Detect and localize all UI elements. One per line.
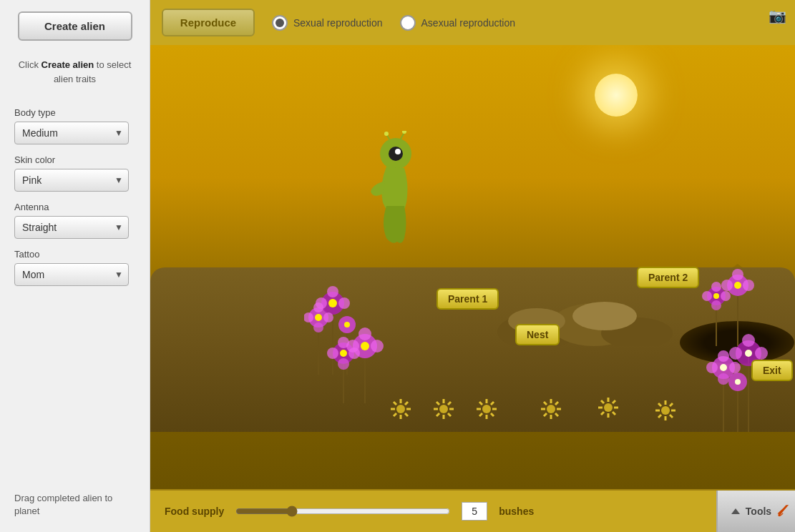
- svg-point-38: [359, 327, 371, 340]
- svg-line-89: [448, 413, 451, 416]
- svg-point-41: [340, 350, 347, 357]
- svg-point-51: [732, 269, 743, 280]
- exit-label[interactable]: Exit: [751, 360, 793, 381]
- tools-triangle-icon: [731, 508, 740, 514]
- svg-line-80: [405, 413, 408, 416]
- reproduce-button[interactable]: Reproduce: [162, 9, 255, 36]
- sidebar: Create alien Click Create alien to selec…: [0, 0, 150, 532]
- parent1-label[interactable]: Parent 1: [436, 288, 499, 310]
- alien-character[interactable]: [365, 131, 429, 245]
- svg-line-114: [613, 400, 615, 403]
- svg-point-40: [371, 340, 384, 353]
- svg-point-13: [395, 149, 401, 154]
- svg-point-62: [718, 350, 729, 362]
- sun: [595, 74, 638, 117]
- svg-line-116: [613, 412, 615, 415]
- skin-color-select[interactable]: Pink Blue Green Yellow: [14, 169, 129, 192]
- parent2-label[interactable]: Parent 2: [637, 267, 699, 288]
- planet-scene[interactable]: Parent 1 Nest Parent 2 Exit: [150, 45, 795, 489]
- antenna-label: Antenna: [14, 202, 135, 212]
- bottom-bar: Food supply 5 bushes Tools 𝓁: [150, 489, 795, 532]
- tools-label: Tools: [746, 506, 771, 517]
- skin-color-wrapper: Pink Blue Green Yellow ▼: [14, 169, 129, 192]
- sexual-reproduction-label: Sexual reproduction: [293, 17, 383, 29]
- svg-point-81: [439, 405, 448, 413]
- svg-line-125: [670, 415, 673, 418]
- svg-line-105: [555, 402, 558, 405]
- body-type-wrapper: Medium Small Large ▼: [14, 122, 129, 144]
- body-type-label: Body type: [14, 107, 135, 118]
- svg-line-79: [394, 413, 396, 416]
- svg-line-97: [479, 413, 482, 416]
- svg-line-124: [658, 415, 661, 418]
- svg-point-55: [734, 282, 741, 289]
- svg-point-53: [743, 280, 754, 291]
- svg-point-67: [729, 347, 742, 360]
- asexual-radio-button[interactable]: [400, 15, 416, 31]
- svg-point-63: [706, 362, 718, 373]
- svg-point-54: [713, 293, 719, 299]
- food-value: 5: [462, 502, 487, 521]
- food-supply-slider[interactable]: [235, 506, 450, 517]
- svg-point-71: [735, 379, 741, 385]
- bushes-label: bushes: [499, 506, 534, 517]
- asexual-reproduction-label: Asexual reproduction: [421, 17, 516, 29]
- svg-point-6: [572, 302, 637, 330]
- svg-point-42: [361, 342, 369, 350]
- antenna-wrapper: Straight Curly None ▼: [14, 216, 129, 239]
- tattoo-wrapper: Mom Heart Star None ▼: [14, 263, 129, 286]
- svg-line-87: [448, 402, 451, 405]
- asexual-reproduction-option[interactable]: Asexual reproduction: [400, 15, 516, 31]
- svg-point-70: [720, 364, 727, 371]
- svg-line-77: [394, 402, 396, 405]
- svg-point-49: [721, 291, 731, 301]
- ground-flowers-svg: [379, 388, 508, 430]
- svg-point-24: [327, 286, 338, 297]
- svg-line-104: [544, 402, 547, 405]
- svg-point-39: [346, 340, 359, 353]
- svg-point-37: [338, 358, 349, 370]
- sexual-reproduction-option[interactable]: Sexual reproduction: [272, 15, 383, 31]
- svg-point-26: [338, 297, 350, 309]
- tools-brand-icon: 𝓁: [777, 502, 781, 521]
- svg-line-86: [436, 402, 439, 405]
- svg-point-68: [755, 347, 768, 360]
- svg-point-72: [396, 405, 405, 413]
- main-area: Reproduce Sexual reproduction Asexual re…: [150, 0, 795, 532]
- svg-point-8: [384, 132, 389, 136]
- svg-point-28: [328, 299, 337, 307]
- svg-line-98: [491, 413, 494, 416]
- food-supply-label: Food supply: [165, 506, 224, 517]
- skin-color-section: Skin color Pink Blue Green Yellow ▼: [0, 147, 150, 194]
- svg-line-113: [601, 400, 604, 403]
- svg-point-117: [661, 406, 670, 415]
- svg-point-66: [742, 334, 755, 347]
- skin-color-label: Skin color: [14, 154, 135, 165]
- tools-button[interactable]: Tools 𝓁: [716, 491, 795, 532]
- camera-icon[interactable]: 📷: [769, 7, 786, 24]
- svg-point-64: [729, 362, 741, 373]
- top-bar: Reproduce Sexual reproduction Asexual re…: [150, 0, 795, 45]
- svg-point-50: [711, 300, 721, 310]
- nest-label[interactable]: Nest: [515, 324, 560, 345]
- svg-line-96: [491, 402, 494, 405]
- ground-flowers2-svg: [530, 388, 687, 430]
- svg-line-88: [436, 413, 439, 416]
- svg-point-25: [316, 297, 327, 309]
- svg-point-65: [718, 373, 729, 385]
- alien-svg: [365, 131, 429, 245]
- tattoo-select[interactable]: Mom Heart Star None: [14, 263, 129, 286]
- svg-point-47: [711, 282, 721, 292]
- svg-point-48: [702, 291, 712, 301]
- svg-point-27: [315, 314, 322, 321]
- svg-line-95: [479, 402, 482, 405]
- sexual-radio-button[interactable]: [272, 15, 288, 31]
- instruction-bold: Create alien: [42, 59, 94, 70]
- create-alien-button[interactable]: Create alien: [18, 11, 132, 41]
- body-type-select[interactable]: Medium Small Large: [14, 122, 129, 144]
- svg-point-12: [389, 147, 403, 161]
- tattoo-label: Tattoo: [14, 249, 135, 260]
- drag-completed-text: Drag completed alien to planet: [0, 481, 150, 532]
- antenna-select[interactable]: Straight Curly None: [14, 216, 129, 239]
- tattoo-section: Tattoo Mom Heart Star None ▼: [0, 242, 150, 289]
